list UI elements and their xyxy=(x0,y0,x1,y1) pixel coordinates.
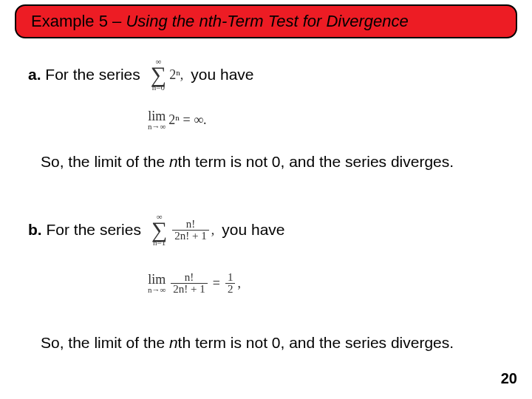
slide-title: Example 5 – Using the nth-Term Test for … xyxy=(31,12,409,31)
lim-b-result: 1 2 xyxy=(225,272,236,295)
limit-eqn-b: lim n→∞ n! 2n! + 1 = 1 2 , xyxy=(148,272,241,295)
part-b-label: b. For the series xyxy=(28,221,141,239)
lim-a-expr: 2ⁿ = ∞. xyxy=(168,112,206,128)
lim-a-label: lim xyxy=(148,109,166,123)
part-a-lead: For the series xyxy=(45,66,140,83)
sum-expr-a: ∞ ∑ n=0 2ⁿ, xyxy=(148,58,184,92)
title-prefix: Example 5 – xyxy=(31,12,126,30)
sum-a-bot: n=0 xyxy=(152,83,165,92)
title-italic: Using the nth-Term Test for Divergence xyxy=(126,12,408,30)
title-bar: Example 5 – Using the nth-Term Test for … xyxy=(15,4,517,38)
lim-b: lim n→∞ xyxy=(148,273,166,294)
conc-b-post: th term is not 0, and the series diverge… xyxy=(178,334,454,351)
limit-eqn-a: lim n→∞ 2ⁿ = ∞. xyxy=(148,109,207,131)
summand-b-num: n! xyxy=(184,219,198,230)
part-b-lead: For the series xyxy=(47,221,141,238)
conclusion-a: So, the limit of the nth term is not 0, … xyxy=(41,151,488,172)
lim-b-den: 2n! + 1 xyxy=(171,284,207,295)
part-a-bold: a. xyxy=(28,66,41,83)
page-number: 20 xyxy=(501,370,517,387)
part-b-bold: b. xyxy=(28,221,42,238)
conc-a-nth: n xyxy=(169,153,178,170)
conc-a-pre: So, the limit of the xyxy=(41,153,169,170)
conclusion-b: So, the limit of the nth term is not 0, … xyxy=(41,332,473,353)
part-a-line: a. For the series ∞ ∑ n=0 2ⁿ, you have xyxy=(28,58,254,92)
part-b-tail: you have xyxy=(222,221,284,239)
summand-a: 2ⁿ, xyxy=(169,67,183,83)
lim-a: lim n→∞ xyxy=(148,109,166,131)
lim-b-sub: n→∞ xyxy=(148,286,166,294)
summand-b-den: 2n! + 1 xyxy=(172,231,208,242)
part-b-line: b. For the series ∞ ∑ n=1 n! 2n! + 1 , y… xyxy=(28,213,285,247)
conc-b-pre: So, the limit of the xyxy=(41,334,169,351)
lim-b-num: n! xyxy=(183,272,197,283)
conc-a-post: th term is not 0, and the series diverge… xyxy=(178,153,454,170)
sigma-icon: ∞ ∑ n=0 xyxy=(151,58,166,92)
lim-b-suffix: , xyxy=(237,276,241,291)
lim-b-res-num: 1 xyxy=(225,272,236,283)
lim-b-frac: n! 2n! + 1 xyxy=(171,272,207,295)
summand-b-frac: n! 2n! + 1 xyxy=(172,219,208,242)
lim-a-sub: n→∞ xyxy=(148,123,166,131)
sum-b-bot: n=1 xyxy=(153,239,166,247)
summand-b-suffix: , xyxy=(211,222,215,238)
lim-b-label: lim xyxy=(148,273,166,286)
part-a-tail: you have xyxy=(191,66,253,83)
sigma-icon: ∞ ∑ n=1 xyxy=(151,213,167,247)
lim-b-res-den: 2 xyxy=(225,284,236,295)
part-a-label: a. For the series xyxy=(28,66,140,83)
sum-expr-b: ∞ ∑ n=1 n! 2n! + 1 , xyxy=(149,213,214,247)
conc-b-nth: n xyxy=(169,334,178,351)
